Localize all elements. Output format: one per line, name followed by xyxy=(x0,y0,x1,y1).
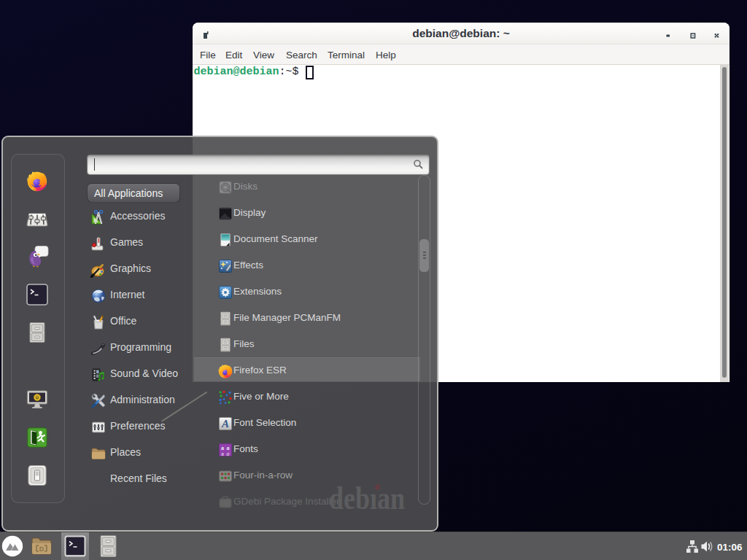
svg-text:A: A xyxy=(221,418,229,429)
svg-text:a: a xyxy=(227,451,230,457)
svg-text:a: a xyxy=(221,451,224,457)
svg-text:D: D xyxy=(39,545,44,553)
